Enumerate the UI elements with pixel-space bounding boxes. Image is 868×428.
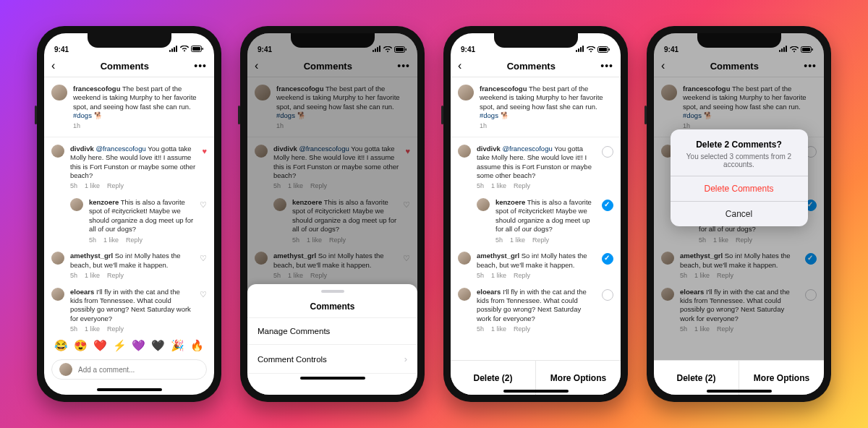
battery-icon (191, 46, 204, 54)
status-time: 9:41 (54, 46, 69, 54)
comment-row[interactable]: kenzoere This is also a favorite spot of… (451, 194, 621, 247)
svg-rect-1 (192, 47, 200, 51)
hashtag[interactable]: #dogs (73, 111, 92, 119)
avatar[interactable] (51, 85, 67, 100)
phone-frame-4: 9:41 ‹ Comments ••• francescofogu The be… (647, 26, 831, 402)
phone-frame-2: 9:41 ‹ Comments ••• francescofogu The be… (240, 26, 425, 402)
select-toggle[interactable] (602, 253, 613, 265)
delete-alert: Delete 2 Comments? You selected 3 commen… (671, 129, 808, 226)
manage-comments-row[interactable]: Manage Comments (247, 318, 417, 345)
original-post: francescofogu The best part of the weeke… (44, 80, 214, 134)
sheet-grabber[interactable] (321, 290, 344, 293)
screen-1: 9:41 ‹ Comments ••• (44, 33, 214, 395)
emoji-button[interactable]: 😂 (54, 339, 68, 352)
post-emoji: 🐕 (94, 111, 103, 119)
home-indicator[interactable] (300, 377, 365, 380)
like-icon[interactable]: ♥ (202, 146, 207, 156)
comment-author[interactable]: kenzoere (89, 198, 119, 206)
emoji-button[interactable]: 💜 (132, 339, 145, 352)
home-indicator[interactable] (707, 390, 772, 393)
avatar[interactable] (51, 145, 64, 158)
emoji-button[interactable]: ❤️ (93, 339, 107, 352)
self-avatar[interactable] (59, 363, 72, 376)
navbar: ‹ Comments ••• (451, 55, 621, 77)
notch (494, 33, 578, 48)
emoji-button[interactable]: 🎉 (171, 339, 184, 352)
select-toggle[interactable] (602, 146, 613, 158)
navbar: ‹ Comments ••• (44, 55, 214, 77)
comment-row[interactable]: divdivk @francescofogu You gotta take Mo… (44, 140, 214, 194)
home-indicator[interactable] (503, 390, 569, 393)
alert-cancel-button[interactable]: Cancel (671, 201, 808, 226)
avatar[interactable] (51, 288, 64, 301)
action-sheet: Comments Manage Comments Comment Control… (247, 284, 417, 395)
page-title: Comments (101, 61, 149, 72)
emoji-button[interactable]: 😍 (74, 339, 88, 352)
comment-author[interactable]: eloears (70, 288, 94, 296)
signal-icon (169, 46, 178, 54)
comment-controls-row[interactable]: Comment Controls› (247, 345, 417, 374)
comment-row[interactable]: kenzoere This is also a favorite spot of… (44, 194, 214, 247)
alert-title: Delete 2 Comments? (681, 140, 798, 150)
alert-message: You selected 3 comments from 2 accounts. (681, 153, 798, 168)
like-icon[interactable]: ♡ (200, 289, 207, 299)
comment-row[interactable]: amethyst_grl So in! Molly hates the beac… (451, 247, 621, 283)
wifi-icon (180, 46, 189, 54)
screen-3: 9:41 ‹ Comments ••• francescofogu The be… (451, 33, 621, 395)
comment-row[interactable]: eloears I'll fly in with the cat and the… (451, 283, 621, 337)
back-button[interactable]: ‹ (458, 59, 461, 72)
alert-delete-button[interactable]: Delete Comments (671, 176, 808, 201)
divider (44, 137, 214, 137)
emoji-quick-row: 😂 😍 ❤️ ⚡ 💜 🖤 🎉 🔥 (44, 335, 214, 356)
screen-4: 9:41 ‹ Comments ••• francescofogu The be… (654, 33, 824, 395)
select-toggle[interactable] (602, 289, 613, 301)
home-indicator[interactable] (97, 388, 162, 391)
select-toggle[interactable] (602, 200, 613, 211)
phone-frame-1: 9:41 ‹ Comments ••• (37, 26, 221, 402)
emoji-button[interactable]: ⚡ (113, 339, 127, 352)
more-options-button[interactable]: ••• (194, 60, 207, 72)
more-options-button[interactable]: ••• (600, 60, 613, 72)
chevron-right-icon: › (404, 354, 407, 364)
like-icon[interactable]: ♡ (200, 200, 207, 210)
comment-input[interactable] (78, 366, 199, 374)
screen-2: 9:41 ‹ Comments ••• francescofogu The be… (247, 33, 417, 395)
avatar[interactable] (51, 252, 64, 265)
comment-row[interactable]: divdivk @francescofogu You gotta take Mo… (451, 140, 621, 194)
comment-composer[interactable] (51, 359, 207, 380)
comment-author[interactable]: amethyst_grl (70, 252, 113, 260)
svg-rect-7 (599, 48, 607, 51)
svg-rect-8 (609, 48, 610, 51)
svg-rect-2 (203, 48, 204, 50)
like-icon[interactable]: ♡ (200, 253, 207, 263)
comment-author[interactable]: divdivk (70, 145, 94, 153)
avatar[interactable] (70, 198, 83, 211)
notch (88, 33, 171, 48)
mention[interactable]: @francescofogu (95, 145, 145, 153)
status-icons (169, 46, 204, 54)
emoji-button[interactable]: 🔥 (190, 339, 204, 352)
emoji-button[interactable]: 🖤 (151, 339, 165, 352)
sheet-title: Comments (247, 299, 417, 318)
phone-frame-3: 9:41 ‹ Comments ••• francescofogu The be… (443, 26, 628, 402)
post-time: 1h (73, 122, 80, 131)
comment-row[interactable]: amethyst_grl So in! Molly hates the beac… (44, 247, 214, 283)
back-button[interactable]: ‹ (51, 59, 55, 72)
post-author[interactable]: francescofogu (73, 85, 120, 93)
comments-feed[interactable]: francescofogu The best part of the weeke… (44, 77, 214, 335)
comments-feed-select[interactable]: francescofogu The best part of the weeke… (451, 77, 621, 395)
gradient-stage: 9:41 ‹ Comments ••• (0, 0, 868, 428)
comment-row[interactable]: eloears I'll fly in with the cat and the… (44, 283, 214, 335)
